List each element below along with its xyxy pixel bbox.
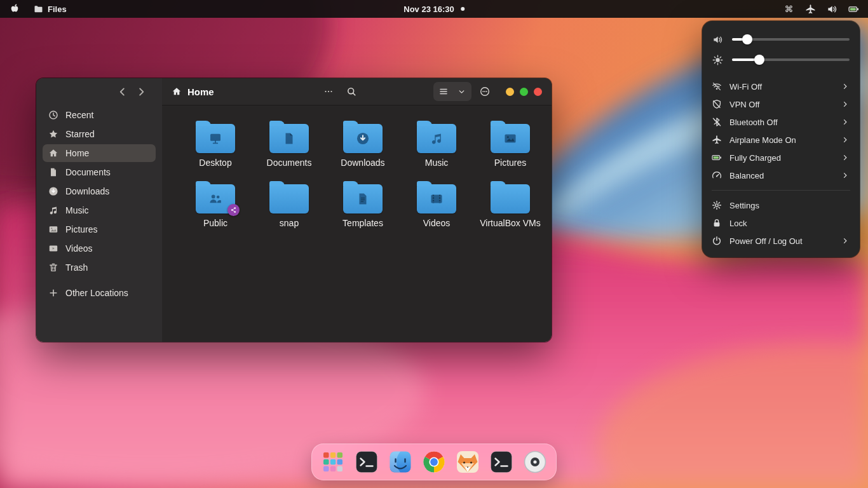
- sidebar-item-label: Starred: [65, 129, 95, 139]
- sidebar-item-recent[interactable]: Recent: [43, 106, 156, 124]
- apple-icon: [10, 4, 20, 14]
- sidebar-item-music[interactable]: Music: [43, 201, 156, 219]
- battery-icon: [712, 152, 722, 163]
- folder-item-desktop[interactable]: Desktop: [179, 118, 252, 168]
- image-icon: [48, 224, 58, 234]
- chevron-right-icon: [136, 86, 147, 97]
- quick-settings-menu: Wi-Fi Off VPN Off Bluetooth Off: [702, 21, 860, 257]
- dock-item-utility[interactable]: [522, 449, 548, 475]
- back-button[interactable]: [117, 86, 128, 97]
- sidebar-item-home[interactable]: Home: [43, 144, 156, 162]
- clock-button[interactable]: Nov 23 16:30: [403, 0, 465, 18]
- dock-item-terminal[interactable]: [353, 449, 380, 475]
- qs-item-airplane-mode[interactable]: Airplane Mode On: [702, 131, 860, 149]
- template-icon: [343, 184, 383, 214]
- dock-item-fox[interactable]: [454, 449, 481, 475]
- sidebar-item-other-locations[interactable]: Other Locations: [43, 284, 156, 302]
- folder-item-downloads[interactable]: Downloads: [326, 118, 400, 168]
- sidebar-item-documents[interactable]: Documents: [43, 163, 156, 181]
- folder-item-music[interactable]: Music: [400, 118, 473, 168]
- folder-name: Music: [425, 158, 449, 168]
- folder-icon: [196, 184, 235, 214]
- folder-icon: [343, 124, 383, 153]
- slider[interactable]: [732, 54, 850, 65]
- qs-item-battery[interactable]: Fully Charged: [702, 149, 860, 166]
- folder-item-snap[interactable]: snap: [252, 179, 326, 229]
- qs-item-bluetooth[interactable]: Bluetooth Off: [702, 113, 860, 131]
- brightness-icon: [712, 55, 723, 65]
- dock-item-launcher[interactable]: [320, 449, 346, 475]
- star-icon: [48, 129, 58, 139]
- slider-knob[interactable]: [754, 55, 764, 65]
- folder-name: Desktop: [199, 158, 231, 168]
- view-options-button[interactable]: [452, 82, 470, 101]
- other-locations-label: Other Locations: [65, 288, 128, 298]
- path-options-button[interactable]: [319, 82, 338, 101]
- dock-item-terminal-2[interactable]: [488, 449, 515, 475]
- qs-item-settings[interactable]: Settings: [702, 196, 860, 214]
- folder-item-templates[interactable]: Templates: [326, 179, 400, 229]
- folder-name: Pictures: [494, 158, 527, 168]
- location-title[interactable]: Home: [172, 86, 214, 97]
- menu-button[interactable]: [475, 82, 494, 101]
- folder-icon: [269, 184, 309, 214]
- qs-item-label: Balanced: [729, 171, 832, 180]
- apple-menu-button[interactable]: [10, 4, 20, 14]
- search-button[interactable]: [342, 82, 361, 101]
- sidebar-item-trash[interactable]: Trash: [43, 259, 156, 276]
- qs-item-wifi[interactable]: Wi-Fi Off: [702, 78, 860, 95]
- desktop: Files Nov 23 16:30 ⌘: [0, 0, 868, 488]
- sidebar-footer: Other Locations: [36, 276, 162, 302]
- sidebar-item-videos[interactable]: Videos: [43, 240, 156, 257]
- list-view-button[interactable]: [435, 82, 452, 101]
- qs-slider-brightness: [702, 50, 860, 70]
- qs-item-power-profile[interactable]: Balanced: [702, 166, 860, 184]
- folder-item-videos[interactable]: Videos: [400, 179, 473, 229]
- app-menu-label: Files: [48, 4, 67, 14]
- folder-name: Public: [203, 218, 227, 229]
- volume-icon: [827, 4, 837, 15]
- slider-knob[interactable]: [742, 34, 752, 44]
- folder-item-documents[interactable]: Documents: [252, 118, 326, 168]
- sidebar-item-label: Documents: [65, 167, 111, 177]
- folder-item-public[interactable]: Public: [179, 179, 252, 229]
- qs-item-label: Lock: [729, 219, 850, 228]
- minimize-button[interactable]: [506, 88, 514, 96]
- wifi-off-icon: [712, 81, 722, 92]
- qs-item-lock[interactable]: Lock: [702, 214, 860, 232]
- folder-icon: [491, 184, 530, 214]
- dock-item-chrome[interactable]: [421, 449, 447, 475]
- forward-button[interactable]: [136, 86, 147, 97]
- ellipsis-icon: [323, 86, 334, 97]
- terminal-icon: [489, 449, 514, 475]
- plus-icon: [48, 288, 58, 298]
- share-badge: [227, 204, 240, 216]
- sidebar-item-downloads[interactable]: Downloads: [43, 182, 156, 200]
- menu-icon: [480, 86, 490, 97]
- files-main: Home: [162, 78, 552, 342]
- sidebar-item-label: Videos: [65, 243, 93, 254]
- close-button[interactable]: [534, 88, 542, 96]
- qs-item-power[interactable]: Power Off / Log Out: [702, 232, 860, 250]
- home-icon: [48, 148, 58, 158]
- folder-item-virtualbox-vms[interactable]: VirtualBox VMs: [473, 179, 547, 229]
- balanced-icon: [712, 170, 722, 180]
- maximize-button[interactable]: [520, 88, 528, 96]
- sidebar-item-pictures[interactable]: Pictures: [43, 220, 156, 238]
- qs-item-label: Airplane Mode On: [729, 135, 832, 145]
- status-area[interactable]: ⌘: [783, 0, 868, 18]
- chevron-down-icon: [458, 88, 466, 96]
- dock-item-files[interactable]: [387, 449, 414, 475]
- slider[interactable]: [732, 34, 850, 45]
- qs-toggle-list: Wi-Fi Off VPN Off Bluetooth Off: [702, 78, 860, 184]
- top-bar-left: Files: [0, 4, 67, 14]
- app-menu-button[interactable]: Files: [34, 4, 67, 14]
- recent-icon: [48, 110, 58, 120]
- vpn-off-icon: [712, 99, 722, 109]
- download-icon: [48, 186, 58, 196]
- qs-sliders: [702, 29, 860, 70]
- folder-item-pictures[interactable]: Pictures: [473, 118, 547, 168]
- film-icon: [417, 184, 456, 214]
- qs-item-vpn[interactable]: VPN Off: [702, 95, 860, 113]
- sidebar-item-starred[interactable]: Starred: [43, 125, 156, 143]
